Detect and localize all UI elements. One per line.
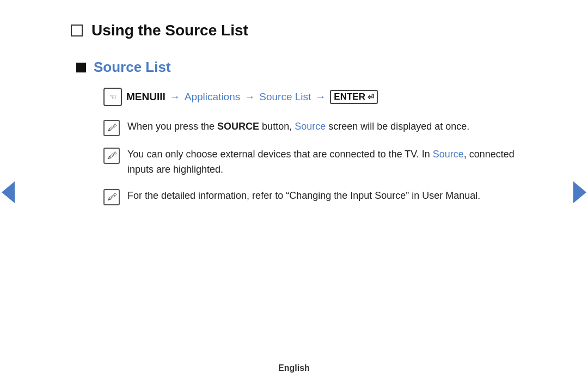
menu-hand-icon: ☜: [103, 88, 122, 106]
section-source-list: Source List ☜ MENUIII → Applications → S…: [76, 59, 517, 205]
main-title-text: Using the Source List: [91, 22, 248, 39]
note-text-3: For the detailed information, refer to “…: [127, 188, 480, 204]
main-title-checkbox-icon: [71, 25, 83, 36]
menu-applications-link: Applications: [185, 91, 240, 103]
section-bullet-icon: [76, 63, 86, 72]
note-item-2: 🖉 You can only choose external devices t…: [103, 147, 517, 178]
section-title: Source List: [94, 59, 171, 76]
section-header: Source List: [76, 59, 517, 76]
menu-arrow-3: →: [315, 91, 326, 103]
menu-arrow-1: →: [170, 91, 180, 103]
note-text-1: When you press the SOURCE button, Source…: [127, 119, 469, 135]
note-icon-2: 🖉: [103, 148, 120, 164]
main-title-row: Using the Source List: [71, 22, 517, 39]
enter-icon: ENTER⏎: [330, 90, 378, 104]
nav-next-button[interactable]: [572, 179, 588, 206]
menu-label: MENUIII: [126, 91, 166, 103]
nav-left-arrow-icon: [2, 181, 15, 203]
menu-arrow-2: →: [244, 91, 255, 103]
footer-language-label: English: [278, 363, 310, 373]
footer: English: [0, 363, 588, 373]
note-icon-1: 🖉: [103, 120, 120, 136]
menu-path: ☜ MENUIII → Applications → Source List →…: [103, 88, 517, 106]
menu-source-list-link: Source List: [259, 91, 311, 103]
nav-right-arrow-icon: [573, 181, 586, 203]
note-icon-3: 🖉: [103, 189, 120, 205]
note-item-3: 🖉 For the detailed information, refer to…: [103, 188, 517, 205]
note-item-1: 🖉 When you press the SOURCE button, Sour…: [103, 119, 517, 136]
note-text-2: You can only choose external devices tha…: [127, 147, 517, 178]
nav-previous-button[interactable]: [0, 179, 16, 206]
